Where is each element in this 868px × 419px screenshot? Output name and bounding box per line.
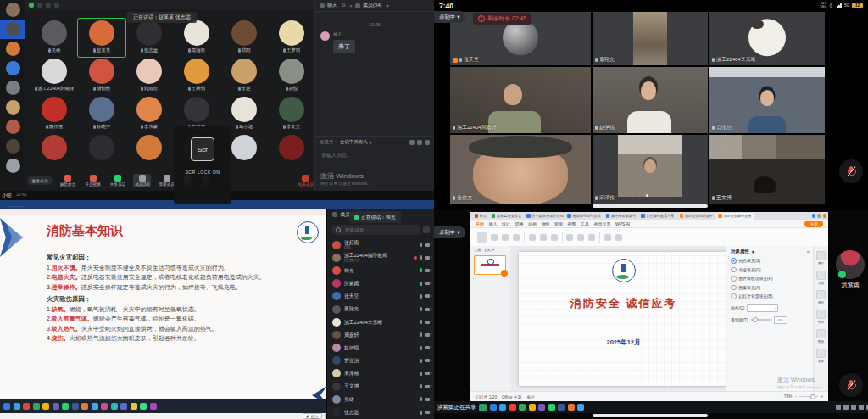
invite-icon[interactable] [54,3,59,8]
account-icon[interactable] [812,214,816,218]
doc-tab[interactable]: 首页 [472,213,488,220]
tray-icon[interactable] [836,405,841,410]
menu-8[interactable]: 工具 [581,221,589,226]
alpha-slider[interactable] [751,319,771,321]
app-icon[interactable] [92,403,98,410]
doc-tab[interactable]: 关于期末考试的通知 [525,213,565,220]
member-row[interactable]: 雷张治 [327,355,434,367]
video-tile[interactable]: 赵伊锐 [593,67,708,133]
member-row[interactable]: 张天呈 [327,290,434,303]
menu-1[interactable]: 插入 [489,221,498,226]
fill-option[interactable]: 纯色填充(S) [731,258,810,264]
add-member-icon[interactable] [423,226,430,233]
member-row[interactable]: 韩光 [327,264,434,277]
tool-icon[interactable] [551,234,558,241]
tool-icon[interactable] [566,234,573,241]
member-row[interactable]: 洪紫嫣 [327,277,434,290]
menu-5[interactable]: 放映 [542,221,550,226]
fill-option[interactable]: 图片或纹理填充(P) [731,276,810,282]
toolbar-mic-button[interactable]: 解除静音 [58,174,77,187]
announce-icon[interactable] [425,140,430,145]
account-icon[interactable] [817,214,821,218]
participant-tile[interactable]: 胡怡然 [78,57,125,95]
chat-input[interactable] [320,152,426,159]
toolbar-cam-button[interactable]: 开启视频 [83,174,102,187]
app-icon[interactable] [519,404,526,411]
member-row[interactable]: 宋泽裕 [327,367,434,380]
app-icon[interactable] [131,403,137,410]
participant-tile[interactable]: 油工22404刘铭泽 [31,57,78,95]
app-icon[interactable] [538,404,545,411]
tool-icon[interactable] [604,234,611,241]
invite-button[interactable]: 邀请成员 [27,176,53,185]
participant-tile[interactable] [125,133,173,171]
sidebar-tool[interactable]: 素材 [816,290,826,304]
participant-tile[interactable]: 孙晓宇 [78,95,125,133]
participant-tile[interactable]: 吴雄 [31,19,78,57]
member-row[interactable]: 王文博 [327,380,434,393]
participant-tile[interactable]: 孙悦 [268,57,315,95]
app-icon[interactable] [499,404,506,411]
app-icon[interactable] [3,403,10,410]
app-icon[interactable] [490,404,497,411]
member-row[interactable]: 油工22404指导教师(主持人) [327,251,434,264]
zoom-level[interactable]: 78% [784,394,793,399]
participant-tile[interactable]: 王梓怡 [173,57,220,95]
search-input[interactable] [343,226,415,233]
zoom-in-icon[interactable]: + [821,394,823,399]
app-icon[interactable] [72,403,79,410]
tray-icon[interactable] [843,405,849,410]
fill-option[interactable]: 渐变填充(G) [731,267,810,273]
end-meeting-button[interactable]: 结束会议 [298,175,314,187]
sidebar-contact[interactable] [0,117,25,137]
video-tile[interactable]: 宋泽裕 [593,135,708,204]
app-icon[interactable] [568,404,575,411]
mic-muted-button[interactable] [839,159,863,183]
current-slide[interactable]: 消防安全 诚信应考 2025年12月 [519,252,728,386]
participant-tile[interactable]: 陈海欣 [173,19,220,57]
app-icon[interactable] [42,403,49,410]
meeting-info-icon[interactable] [37,3,42,8]
sidebar-contact[interactable] [0,39,25,59]
menu-3[interactable]: 切换 [515,221,524,226]
close-icon[interactable]: × [349,3,353,8]
close-icon[interactable]: × [807,249,810,254]
toolbar-mem-button[interactable]: 成员(34) [133,174,151,187]
participant-tile[interactable]: 李慧 [220,57,268,95]
participant-thumbnail[interactable]: 洪紫嫣 [832,250,868,289]
doc-tab[interactable]: 期末监考安排表 [489,213,523,220]
sidebar-tool[interactable]: 属性 [816,251,826,265]
menu-9[interactable]: 会员专享 [594,221,611,226]
doc-tab[interactable]: 学生诚信教育方案 [639,213,677,220]
menu-7[interactable]: 视图 [568,221,576,226]
app-icon[interactable] [33,403,40,410]
notes-toggle[interactable]: 备注 [526,394,535,399]
app-icon[interactable] [14,403,20,410]
member-row[interactable]: 油工22404李乐晰 [327,316,434,328]
tab-members[interactable]: 成员(34) [363,2,382,9]
member-row[interactable]: 张好雨(我) [327,238,434,251]
mic-muted-button[interactable] [839,373,863,397]
sidebar-tool[interactable]: 图表 [816,329,826,344]
search-box[interactable] [332,225,420,235]
app-icon[interactable] [140,403,147,410]
member-row[interactable]: 吴雄 [327,393,434,405]
sidebar-tool[interactable]: 动画 [816,271,826,285]
menu-4[interactable]: 动画 [528,221,537,226]
tool-icon[interactable] [577,234,584,241]
app-icon[interactable] [81,403,88,410]
app-icon[interactable] [111,403,118,410]
zoom-slider[interactable] [799,396,818,398]
video-tile[interactable]: 张俊杰 [450,135,591,204]
sidebar-tool[interactable]: 更多 [816,349,826,363]
member-row[interactable]: 张志远 [327,405,434,418]
doc-tab[interactable]: 消防安全诚信应考 [716,213,754,220]
send-to-value[interactable]: 会议中所有人 [340,139,368,145]
app-icon[interactable] [577,404,584,411]
tool-icon[interactable] [491,234,498,241]
tool-icon[interactable] [502,234,509,241]
video-tile[interactable]: 董翔光 [593,12,708,65]
participant-tile[interactable]: 李文文 [268,95,315,133]
zoom-out-icon[interactable]: − [794,394,797,399]
sidebar-contact[interactable] [0,156,25,176]
